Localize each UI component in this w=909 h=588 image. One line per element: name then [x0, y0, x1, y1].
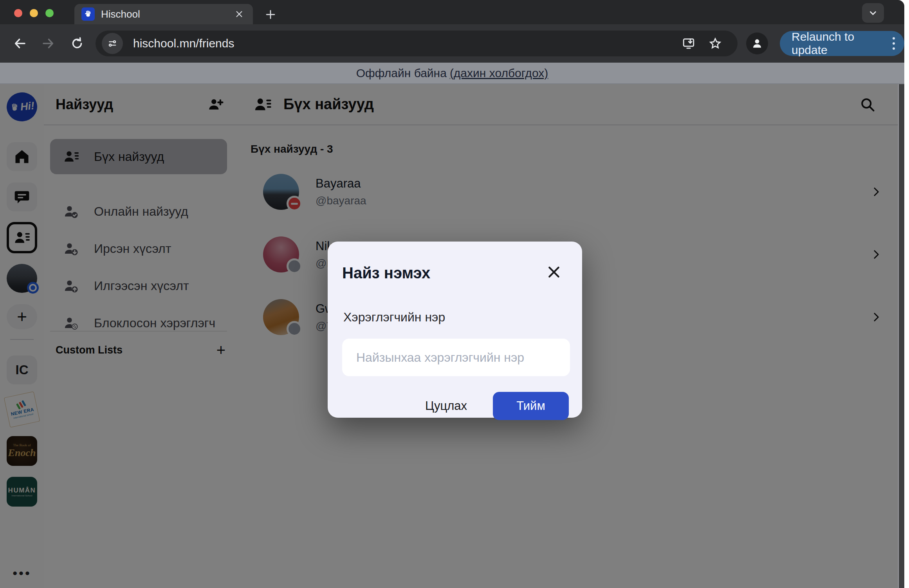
window-controls[interactable] [14, 9, 54, 17]
bookmark-star-icon[interactable] [709, 37, 722, 50]
browser-toolbar: hischool.mn/friends Relaunch to update [0, 24, 904, 63]
add-friend-modal: Найз нэмэх Хэрэглэгчийн нэр Цуцлах Тийм [328, 242, 582, 418]
close-window-button[interactable] [14, 9, 22, 17]
page-scrollbar[interactable] [898, 84, 904, 588]
profile-avatar-button[interactable] [746, 32, 768, 54]
modal-close-icon[interactable] [546, 264, 562, 280]
cancel-button[interactable]: Цуцлах [425, 399, 467, 413]
modal-title: Найз нэмэх [342, 264, 430, 282]
tab-bar: Hischool [0, 0, 904, 24]
offline-banner: Оффлайн байна (дахин холбогдох) [0, 63, 904, 84]
username-field-label: Хэрэглэгчийн нэр [343, 310, 569, 325]
address-bar[interactable]: hischool.mn/friends [96, 31, 738, 56]
browser-window: Hischool hischool.mn/friends [0, 0, 904, 588]
tab-close-icon[interactable] [233, 7, 246, 21]
new-tab-button[interactable] [262, 5, 280, 23]
hischool-favicon [81, 7, 95, 21]
url-text[interactable]: hischool.mn/friends [133, 37, 682, 50]
relaunch-label: Relaunch to update [792, 30, 883, 57]
forward-icon[interactable] [38, 34, 58, 53]
install-app-icon[interactable] [682, 37, 695, 50]
back-icon[interactable] [10, 34, 30, 53]
confirm-button[interactable]: Тийм [493, 392, 569, 420]
browser-tab[interactable]: Hischool [74, 4, 253, 24]
offline-text: Оффлайн байна [356, 67, 447, 80]
minimize-window-button[interactable] [30, 9, 38, 17]
zoom-window-button[interactable] [45, 9, 54, 17]
site-settings-icon[interactable] [102, 33, 123, 54]
reconnect-link[interactable]: (дахин холбогдох) [450, 67, 548, 80]
chrome-menu-icon[interactable] [890, 35, 897, 52]
tab-search-button[interactable] [862, 3, 884, 23]
relaunch-update-button[interactable]: Relaunch to update [780, 31, 904, 56]
reload-icon[interactable] [67, 34, 87, 53]
tab-title: Hischool [101, 8, 226, 20]
username-input[interactable] [342, 339, 570, 376]
